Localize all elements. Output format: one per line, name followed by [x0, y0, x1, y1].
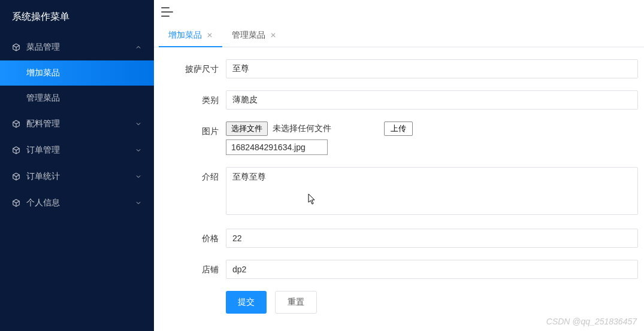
- form-label: 店铺: [154, 260, 226, 275]
- chevron-up-icon: [135, 44, 142, 51]
- file-status-text: 未选择任何文件: [273, 123, 331, 134]
- category-input[interactable]: [226, 90, 638, 110]
- sidebar-title: 系统操作菜单: [0, 0, 154, 34]
- sidebar-item-label: 菜品管理: [26, 42, 135, 53]
- sidebar-item-label: 个人信息: [26, 198, 135, 208]
- form-row-price: 价格: [154, 223, 644, 254]
- tab-add-dish[interactable]: 增加菜品 ✕: [159, 24, 222, 47]
- form-area: 披萨尺寸 类别 图片 选择文件 未选择任何文件 上传: [154, 47, 644, 331]
- sidebar: 系统操作菜单 菜品管理 增加菜品 管理菜品 配料管理 订单管理 订单统计: [0, 0, 154, 331]
- intro-textarea[interactable]: [226, 167, 638, 215]
- sidebar-item-label: 订单管理: [26, 145, 135, 156]
- sidebar-item-label: 订单统计: [26, 171, 135, 182]
- sidebar-item-order-management[interactable]: 订单管理: [0, 137, 154, 163]
- cube-icon: [12, 146, 20, 154]
- form-row-category: 类别: [154, 84, 644, 116]
- form-row-intro: 介绍: [154, 161, 644, 223]
- cube-icon: [12, 43, 20, 51]
- upload-button[interactable]: 上传: [384, 122, 413, 136]
- main-content: 增加菜品 ✕ 管理菜品 ✕ 披萨尺寸 类别 图片: [154, 0, 644, 331]
- cube-icon: [12, 172, 20, 181]
- form-label: 类别: [154, 90, 226, 106]
- sidebar-item-order-statistics[interactable]: 订单统计: [0, 163, 154, 190]
- sidebar-subitem-manage-dish[interactable]: 管理菜品: [0, 86, 154, 111]
- tab-manage-dish[interactable]: 管理菜品 ✕: [222, 24, 286, 47]
- chevron-down-icon: [135, 120, 142, 127]
- submit-button[interactable]: 提交: [226, 291, 267, 314]
- pizza-size-input[interactable]: [226, 59, 638, 78]
- form-label: 介绍: [154, 167, 226, 183]
- form-row-pizza-size: 披萨尺寸: [154, 53, 644, 84]
- close-icon[interactable]: ✕: [270, 31, 276, 40]
- sidebar-item-profile[interactable]: 个人信息: [0, 190, 154, 216]
- close-icon[interactable]: ✕: [207, 31, 213, 40]
- tab-label: 增加菜品: [168, 30, 202, 41]
- tabs: 增加菜品 ✕ 管理菜品 ✕: [154, 24, 644, 47]
- sidebar-item-label: 配料管理: [26, 119, 135, 129]
- form-row-image: 图片 选择文件 未选择任何文件 上传 1682484291634.jpg: [154, 116, 644, 161]
- price-input[interactable]: [226, 229, 638, 248]
- sidebar-item-dish-management[interactable]: 菜品管理: [0, 34, 154, 60]
- sidebar-subitem-add-dish[interactable]: 增加菜品: [0, 60, 154, 86]
- filename-display[interactable]: 1682484291634.jpg: [226, 139, 328, 155]
- cube-icon: [12, 120, 20, 128]
- chevron-down-icon: [135, 147, 142, 154]
- collapse-sidebar-icon[interactable]: [161, 7, 173, 17]
- chevron-down-icon: [135, 173, 142, 180]
- form-label: 价格: [154, 229, 226, 244]
- tab-label: 管理菜品: [232, 30, 265, 41]
- reset-button[interactable]: 重置: [275, 291, 317, 314]
- cube-icon: [12, 199, 20, 207]
- form-row-shop: 店铺: [154, 254, 644, 285]
- form-buttons: 提交 重置: [154, 291, 644, 314]
- choose-file-button[interactable]: 选择文件: [226, 122, 268, 136]
- sidebar-item-ingredient-management[interactable]: 配料管理: [0, 111, 154, 137]
- shop-input[interactable]: [226, 260, 638, 279]
- form-label: 图片: [154, 122, 226, 137]
- form-label: 披萨尺寸: [154, 59, 226, 75]
- chevron-down-icon: [135, 199, 142, 207]
- topbar: [154, 0, 644, 24]
